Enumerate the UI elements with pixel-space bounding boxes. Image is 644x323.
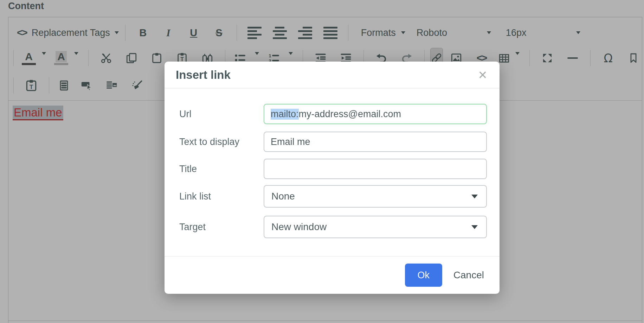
dialog-title: Insert link xyxy=(176,68,231,82)
title-row: Title xyxy=(179,159,487,179)
dialog-body: Url mailto:my-address@email.com Text to … xyxy=(165,88,500,256)
link-list-row: Link list None xyxy=(179,185,487,208)
url-input[interactable]: mailto:my-address@email.com xyxy=(264,104,487,124)
target-select[interactable]: New window xyxy=(264,216,487,238)
text-to-display-input[interactable] xyxy=(264,132,487,152)
target-row: Target New window xyxy=(179,216,487,238)
link-list-select[interactable]: None xyxy=(264,185,487,208)
url-rest-text: my-address@email.com xyxy=(299,109,401,120)
target-value: New window xyxy=(271,221,327,233)
link-list-value: None xyxy=(271,191,295,202)
dialog-footer: Ok Cancel xyxy=(165,256,500,294)
cancel-button[interactable]: Cancel xyxy=(451,269,486,281)
dialog-header: Insert link × xyxy=(165,62,500,88)
url-label: Url xyxy=(179,109,264,120)
link-list-label: Link list xyxy=(179,191,264,202)
url-selected-text: mailto: xyxy=(271,109,299,120)
url-row: Url mailto:my-address@email.com xyxy=(179,104,487,124)
chevron-down-icon xyxy=(471,225,478,229)
ok-button[interactable]: Ok xyxy=(405,264,442,287)
insert-link-dialog: Insert link × Url mailto:my-address@emai… xyxy=(165,62,500,294)
title-label: Title xyxy=(179,164,264,175)
text-to-display-label: Text to display xyxy=(179,137,264,147)
title-input[interactable] xyxy=(264,159,487,179)
close-icon[interactable]: × xyxy=(474,62,492,88)
text-to-display-row: Text to display xyxy=(179,132,487,152)
target-label: Target xyxy=(179,222,264,233)
chevron-down-icon xyxy=(471,195,478,198)
